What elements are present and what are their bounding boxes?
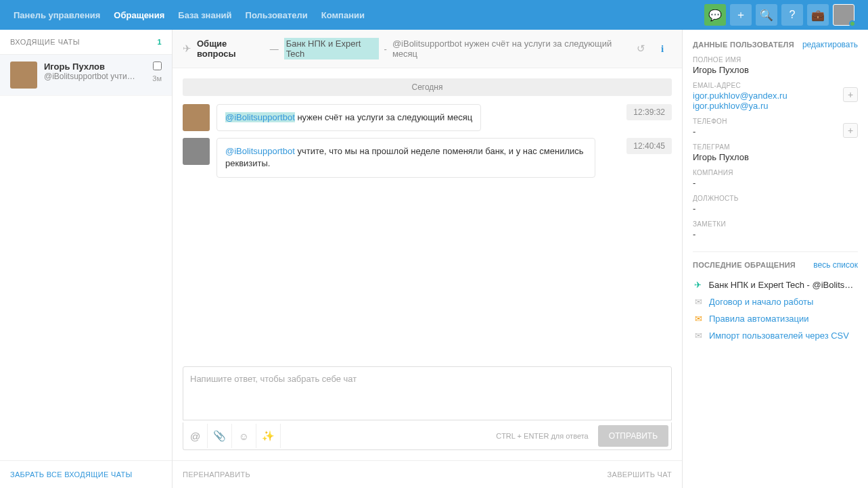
mail-icon: ✉ — [693, 331, 704, 341]
avatar — [183, 104, 210, 131]
history-icon[interactable]: ↺ — [631, 39, 650, 58]
message-text: нужен счёт на услуги за следующий месяц — [295, 112, 472, 122]
attach-icon[interactable]: 📎 — [208, 424, 232, 448]
chat-time: 3м — [152, 74, 162, 82]
conversation: Сегодня @iBolitsupportbot нужен счёт на … — [173, 68, 682, 356]
message-bubble: @iBolitsupportbot нужен счёт на услуги з… — [216, 104, 481, 131]
top-navbar: Панель управления Обращения База знаний … — [0, 0, 868, 30]
fullname-value: Игорь Пухлов — [693, 65, 858, 75]
message-time: 12:40:45 — [626, 138, 672, 154]
subject: @iBolitsupportbot нужен счёт на услуги з… — [392, 39, 626, 59]
telegram-label: ТЕЛЕГРАМ — [693, 143, 858, 151]
avatar — [183, 138, 210, 165]
chat-sidebar: ВХОДЯЩИЕ ЧАТЫ 1 Игорь Пухлов @iBolitsupp… — [0, 30, 173, 488]
avatar — [10, 62, 37, 89]
user-panel: ДАННЫЕ ПОЛЬЗОВАТЕЛЯ редактировать ПОЛНОЕ… — [682, 30, 868, 488]
conversation-header: ✈ Общие вопросы — Банк НПК и Expert Tech… — [173, 30, 682, 68]
position-value: - — [693, 203, 858, 214]
main-footer: ПЕРЕНАПРАВИТЬ ЗАВЕРШИТЬ ЧАТ — [173, 460, 682, 488]
mail-icon: ✉ — [693, 314, 704, 324]
user-avatar[interactable] — [833, 4, 854, 26]
message-row: @iBolitsupportbot учтите, что мы на прош… — [183, 138, 672, 177]
compose-area: @ 📎 ☺ ✨ CTRL + ENTER для ответа ОТПРАВИТ… — [173, 356, 682, 460]
mention: @iBolitsupportbot — [225, 112, 295, 122]
recent-item[interactable]: ✉ Договор и начало работы — [693, 293, 858, 310]
recent-title: ПОСЛЕДНИЕ ОБРАЩЕНИЯ — [693, 261, 796, 269]
telegram-value: Игорь Пухлов — [693, 152, 858, 162]
chat-checkbox[interactable] — [153, 62, 162, 70]
take-all-chats-button[interactable]: ЗАБРАТЬ ВСЕ ВХОДЯЩИЕ ЧАТЫ — [0, 460, 172, 488]
top-actions: 💬 ＋ 🔍 ? 💼 — [704, 4, 854, 26]
nav-users[interactable]: Пользователи — [246, 2, 308, 28]
company-label: КОМПАНИЯ — [693, 169, 858, 176]
mail-icon: ✉ — [693, 297, 704, 307]
chat-icon[interactable]: 💬 — [704, 4, 726, 26]
add-email-button[interactable]: + — [843, 87, 858, 102]
user-panel-title: ДАННЫЕ ПОЛЬЗОВАТЕЛЯ — [693, 41, 794, 49]
email-link[interactable]: igor.pukhlov@yandex.ru — [693, 91, 858, 101]
phone-value: - — [693, 126, 858, 137]
chat-snippet: @iBolitsupportbot учти… — [44, 72, 145, 81]
close-chat-button[interactable]: ЗАВЕРШИТЬ ЧАТ — [608, 470, 672, 479]
recent-item[interactable]: ✉ Импорт пользователей через CSV — [693, 327, 858, 344]
date-separator: Сегодня — [183, 78, 672, 96]
edit-user-button[interactable]: редактировать — [802, 40, 858, 49]
chat-list-item[interactable]: Игорь Пухлов @iBolitsupportbot учти… 3м — [0, 55, 172, 96]
chat-name: Игорь Пухлов — [44, 62, 145, 72]
nav-knowledge[interactable]: База знаний — [178, 2, 231, 28]
plus-icon[interactable]: ＋ — [730, 4, 752, 26]
recent-link[interactable]: Импорт пользователей через CSV — [709, 331, 849, 341]
nav-dashboard[interactable]: Панель управления — [14, 2, 100, 28]
info-icon[interactable]: i — [653, 39, 672, 58]
add-phone-button[interactable]: + — [843, 123, 858, 138]
recent-link[interactable]: Договор и начало работы — [709, 297, 813, 307]
search-icon[interactable]: 🔍 — [756, 4, 777, 26]
nav-tickets[interactable]: Обращения — [114, 2, 164, 28]
shortcut-hint: CTRL + ENTER для ответа — [489, 432, 595, 440]
sidebar-title: ВХОДЯЩИЕ ЧАТЫ — [10, 38, 80, 46]
top-nav: Панель управления Обращения База знаний … — [14, 2, 704, 28]
email-link[interactable]: igor.pukhlov@ya.ru — [693, 101, 858, 111]
sep: - — [384, 44, 387, 54]
notes-label: ЗАМЕТКИ — [693, 220, 858, 228]
position-label: ДОЛЖНОСТЬ — [693, 195, 858, 202]
recent-item[interactable]: ✈ Банк НПК и Expert Tech - @iBolitsup… — [693, 276, 858, 293]
recent-text: Банк НПК и Expert Tech - @iBolitsup… — [708, 280, 858, 290]
message-row: @iBolitsupportbot нужен счёт на услуги з… — [183, 104, 672, 131]
recent-item[interactable]: ✉ Правила автоматизации — [693, 310, 858, 327]
company-tag: Банк НПК и Expert Tech — [284, 38, 379, 59]
notes-value: - — [693, 229, 858, 239]
dash: — — [270, 44, 279, 54]
recent-link[interactable]: Правила автоматизации — [709, 314, 809, 324]
mention: @iBolitsupportbot — [225, 146, 295, 156]
reply-input[interactable] — [183, 366, 672, 420]
status-online-icon — [849, 20, 856, 27]
phone-label: ТЕЛЕФОН — [693, 118, 858, 125]
email-label: EMAIL-АДРЕС — [693, 82, 858, 89]
send-button[interactable]: ОТПРАВИТЬ — [598, 425, 668, 447]
send-icon: ✈ — [693, 280, 703, 290]
main-area: ✈ Общие вопросы — Банк НПК и Expert Tech… — [173, 30, 682, 488]
sidebar-count: 1 — [157, 38, 162, 46]
nav-companies[interactable]: Компании — [321, 2, 365, 28]
fullname-label: ПОЛНОЕ ИМЯ — [693, 56, 858, 64]
message-bubble: @iBolitsupportbot учтите, что мы на прош… — [216, 138, 595, 177]
emoji-icon[interactable]: ☺ — [232, 424, 256, 448]
magic-icon[interactable]: ✨ — [256, 424, 281, 448]
sidebar-header: ВХОДЯЩИЕ ЧАТЫ 1 — [0, 30, 172, 55]
all-list-button[interactable]: весь список — [813, 260, 858, 270]
company-value: - — [693, 178, 858, 188]
mention-icon[interactable]: @ — [183, 424, 208, 448]
send-icon: ✈ — [183, 43, 191, 55]
redirect-button[interactable]: ПЕРЕНАПРАВИТЬ — [183, 470, 250, 479]
compose-toolbar: @ 📎 ☺ ✨ CTRL + ENTER для ответа ОТПРАВИТ… — [183, 422, 672, 450]
message-time: 12:39:32 — [626, 104, 672, 120]
category-label: Общие вопросы — [197, 39, 265, 59]
briefcase-icon[interactable]: 💼 — [807, 4, 829, 26]
help-icon[interactable]: ? — [781, 4, 803, 26]
